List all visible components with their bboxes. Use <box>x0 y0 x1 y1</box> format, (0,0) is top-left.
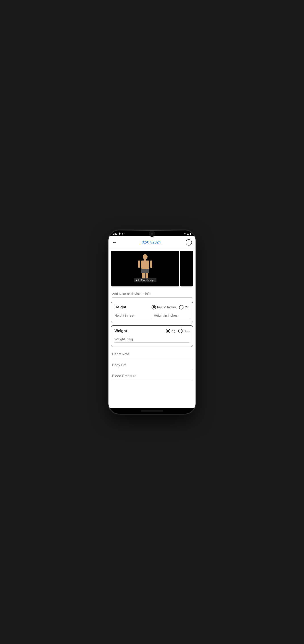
height-card: Height Feet & Inches Cm <box>111 302 193 323</box>
height-header: Height Feet & Inches Cm <box>115 305 189 310</box>
body-fat-section <box>109 360 195 371</box>
weight-header: Weight Kg LBS <box>115 329 189 333</box>
height-feet-inches-label: Feet & Inches <box>157 306 176 309</box>
side-image-button[interactable] <box>180 251 193 286</box>
weight-kg-input[interactable] <box>115 336 189 342</box>
body-fat-input[interactable] <box>112 362 192 369</box>
app-content: ← 02/07/2024 i <box>109 236 195 408</box>
front-image-button[interactable]: Add Front Image <box>111 251 179 286</box>
note-section <box>109 288 195 300</box>
figure-arm-right <box>150 260 152 268</box>
weight-kg-selected <box>167 330 169 332</box>
height-feet-inches-option[interactable]: Feet & Inches <box>152 305 176 310</box>
camera-notch <box>149 230 155 237</box>
nav-bar: ← 02/07/2024 i <box>109 236 195 248</box>
height-feet-inches-radio[interactable] <box>152 305 156 310</box>
wifi-icon <box>184 232 186 235</box>
body-figure <box>137 254 153 281</box>
weight-label: Weight <box>115 329 127 333</box>
figure-arm-left <box>138 260 140 268</box>
height-inches-group <box>154 312 189 319</box>
weight-lbs-radio[interactable] <box>178 329 183 333</box>
height-cm-option[interactable]: Cm <box>179 305 189 310</box>
info-icon: i <box>188 241 189 244</box>
figure-shorts <box>141 269 149 273</box>
image-area: Add Front Image <box>109 248 195 288</box>
height-label: Height <box>115 305 126 310</box>
note-input[interactable] <box>112 291 192 298</box>
back-button[interactable]: ← <box>112 240 117 245</box>
height-cm-label: Cm <box>185 306 189 309</box>
height-feet-inches-selected <box>153 306 155 308</box>
card-icon: ▪ <box>124 232 125 235</box>
height-feet-group <box>115 312 150 319</box>
heart-rate-input[interactable] <box>112 351 192 358</box>
add-front-label: Add Front Image <box>134 278 156 282</box>
scrollable-content: Add Front Image Height Fe <box>109 248 195 408</box>
weight-kg-option[interactable]: Kg <box>166 329 175 333</box>
signal-icon <box>187 232 189 235</box>
weight-kg-group <box>115 336 189 342</box>
weight-lbs-option[interactable]: LBS <box>178 329 189 333</box>
blood-pressure-section <box>109 371 195 382</box>
heart-rate-section <box>109 349 195 360</box>
height-inches-input[interactable] <box>154 312 189 319</box>
height-unit-group: Feet & Inches Cm <box>152 305 189 310</box>
height-inputs <box>115 312 189 319</box>
height-feet-input[interactable] <box>115 312 150 319</box>
home-indicator <box>141 410 163 412</box>
status-bar: 1:11 ⚙ ▶ ▪ <box>109 230 195 236</box>
info-button[interactable]: i <box>186 239 192 246</box>
weight-unit-group: Kg LBS <box>166 329 189 333</box>
figure-torso <box>141 260 149 269</box>
bottom-bar <box>109 408 195 414</box>
weight-inputs <box>115 336 189 342</box>
weight-card: Weight Kg LBS <box>111 325 193 347</box>
figure-arms <box>138 260 152 268</box>
height-cm-radio[interactable] <box>179 305 183 310</box>
figure-head <box>143 254 148 259</box>
weight-lbs-label: LBS <box>184 329 189 333</box>
blood-pressure-input[interactable] <box>112 373 192 380</box>
play-icon: ▶ <box>122 232 124 235</box>
time-display: 1:11 <box>113 232 117 235</box>
date-button[interactable]: 02/07/2024 <box>142 240 161 245</box>
settings-icon: ⚙ <box>118 232 121 235</box>
battery-icon <box>190 232 191 235</box>
weight-kg-radio[interactable] <box>166 329 170 333</box>
weight-kg-label: Kg <box>171 329 175 333</box>
